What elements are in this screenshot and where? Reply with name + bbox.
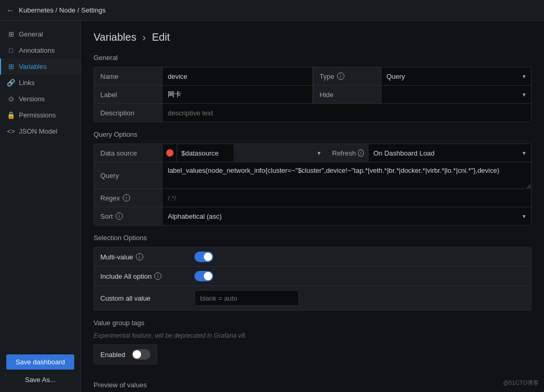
hide-label: Hide [313, 86, 381, 103]
general-icon: ⊞ [7, 31, 15, 38]
multivalue-label: Multi-value i [100, 253, 194, 261]
type-select-wrapper: Query Custom Text box Constant DataSourc… [381, 67, 531, 85]
back-button[interactable]: ← [6, 6, 15, 15]
label-hide-row: Label Hide Label Variable ▼ [94, 86, 531, 104]
multivalue-info-icon[interactable]: i [136, 253, 143, 260]
sidebar-item-versions[interactable]: ⊙ Versions [0, 91, 80, 107]
datasource-refresh-row: Data source $datasource ▼ Refresh i [94, 144, 531, 162]
save-as-button[interactable]: Save As... [6, 373, 74, 387]
vgt-enabled-label: Enabled [100, 351, 125, 359]
description-row: Description [94, 104, 531, 122]
hide-select[interactable]: Label Variable [381, 86, 531, 103]
sidebar-item-variables[interactable]: ⊞ Variables [0, 58, 80, 75]
value-group-tags-section: Experimental feature, will be deprecated… [94, 332, 531, 373]
selection-options-form: Multi-value i Include All option i [94, 247, 531, 311]
sort-select-wrapper: Disabled Alphabetical (asc) Alphabetical… [162, 207, 531, 225]
type-info-icon[interactable]: i [337, 73, 344, 80]
datasource-select-wrapper: $datasource ▼ [177, 144, 326, 162]
datasource-icon [163, 144, 177, 162]
sidebar-actions: Save dashboard Save As... [0, 349, 80, 392]
topbar-title: Kubernetes / Node / Settings [19, 6, 106, 14]
links-icon: 🔗 [7, 79, 15, 87]
regex-label: Regex i [94, 189, 162, 207]
value-group-tags-title: Value group tags [94, 319, 531, 327]
multivalue-toggle-wrapper [194, 252, 525, 262]
custom-all-input-wrapper [194, 290, 525, 306]
vgt-row: Enabled [94, 345, 157, 364]
permissions-icon: 🔒 [7, 112, 15, 119]
name-type-row: Name Type i Query Custom Text box Consta… [94, 67, 531, 86]
multivalue-row: Multi-value i [94, 247, 531, 267]
vgt-subtitle: Experimental feature, will be deprecated… [94, 332, 531, 339]
query-textarea[interactable]: label_values(node_network_info{cluster=~… [162, 162, 531, 188]
sort-row: Sort i Disabled Alphabetical (asc) Alpha… [94, 207, 531, 225]
query-options-form: Data source $datasource ▼ Refresh i [94, 144, 531, 225]
include-all-info-icon[interactable]: i [154, 272, 161, 280]
sidebar: ⊞ General □ Annotations ⊞ Variables 🔗 Li… [0, 21, 81, 392]
label-label: Label [94, 86, 162, 103]
versions-icon: ⊙ [7, 96, 15, 103]
sort-select[interactable]: Disabled Alphabetical (asc) Alphabetical… [163, 207, 531, 225]
variables-icon: ⊞ [7, 63, 15, 70]
sidebar-item-label: Permissions [19, 111, 56, 119]
vgt-enabled-row: Enabled [94, 345, 157, 364]
datasource-arrow: ▼ [317, 150, 322, 156]
sidebar-item-label: JSON Model [19, 127, 57, 135]
breadcrumb-separator: › [142, 31, 146, 43]
custom-all-row: Custom all value [94, 286, 531, 310]
sidebar-item-label: Links [19, 79, 34, 87]
description-label: Description [94, 104, 162, 122]
datasource-label: Data source [94, 144, 162, 162]
description-input[interactable] [162, 104, 531, 122]
query-options-title: Query Options [94, 130, 531, 138]
query-row: Query label_values(node_network_info{clu… [94, 162, 531, 189]
type-select[interactable]: Query Custom Text box Constant DataSourc… [381, 67, 531, 85]
json-icon: <> [7, 128, 15, 135]
refresh-label: Refresh i [326, 144, 368, 162]
hide-select-wrapper: Label Variable ▼ [381, 86, 531, 103]
preview-title: Preview of values [94, 381, 531, 389]
custom-all-input[interactable] [194, 290, 299, 306]
save-dashboard-button[interactable]: Save dashboard [6, 354, 74, 370]
selection-options-title: Selection Options [94, 234, 531, 242]
refresh-info-icon[interactable]: i [358, 149, 363, 157]
regex-row: Regex i [94, 189, 531, 207]
sidebar-item-annotations[interactable]: □ Annotations [0, 42, 80, 58]
label-input[interactable] [162, 86, 312, 103]
include-all-toggle-wrapper [194, 271, 525, 281]
sidebar-item-json-model[interactable]: <> JSON Model [0, 123, 80, 139]
annotations-icon: □ [7, 47, 15, 54]
datasource-select[interactable]: $datasource [177, 144, 234, 162]
regex-input[interactable] [162, 189, 531, 207]
type-field-group: Type i Query Custom Text box Constant Da… [313, 67, 531, 85]
include-all-toggle[interactable] [194, 271, 213, 281]
general-form: Name Type i Query Custom Text box Consta… [94, 67, 531, 122]
datasource-wrapper: $datasource ▼ [162, 144, 326, 162]
name-field-group: Name [94, 67, 313, 85]
sort-label: Sort i [94, 207, 162, 225]
vgt-enabled-toggle[interactable] [132, 349, 151, 360]
sidebar-item-label: Annotations [19, 46, 55, 54]
sidebar-item-label: General [19, 30, 43, 38]
general-section-title: General [94, 54, 531, 62]
regex-info-icon[interactable]: i [123, 194, 130, 201]
watermark: @51CTO博客 [503, 379, 539, 387]
prometheus-dot [166, 149, 173, 157]
sidebar-item-label: Versions [19, 95, 45, 103]
sidebar-item-label: Variables [19, 63, 47, 70]
sidebar-item-general[interactable]: ⊞ General [0, 26, 80, 42]
refresh-select-wrapper: Never On Dashboard Load On Time Range Ch… [368, 144, 531, 162]
refresh-select[interactable]: Never On Dashboard Load On Time Range Ch… [368, 144, 531, 162]
multivalue-toggle[interactable] [194, 252, 213, 262]
sidebar-item-permissions[interactable]: 🔒 Permissions [0, 107, 80, 123]
main-content: Variables › Edit General Name Type i [81, 21, 544, 392]
page-title: Variables › Edit [94, 31, 531, 43]
sort-info-icon[interactable]: i [115, 212, 123, 220]
name-input[interactable] [162, 67, 312, 85]
label-field-group: Label [94, 86, 313, 103]
topbar: ← Kubernetes / Node / Settings [0, 0, 544, 21]
custom-all-label: Custom all value [100, 294, 194, 302]
include-all-row: Include All option i [94, 267, 531, 286]
sidebar-item-links[interactable]: 🔗 Links [0, 75, 80, 91]
query-label: Query [94, 162, 162, 188]
